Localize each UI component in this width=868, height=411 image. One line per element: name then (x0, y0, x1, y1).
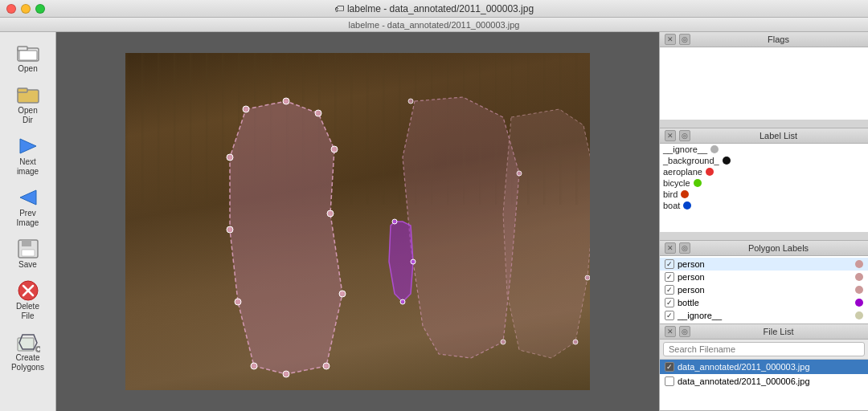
poly-pin-btn[interactable]: ◎ (679, 242, 690, 254)
search-input[interactable] (663, 342, 865, 356)
flags-header: ✕ ◎ Flags (660, 32, 868, 47)
prev-image-button[interactable]: PrevImage (4, 183, 52, 231)
subtitle-bar: labelme - data_annotated/2011_000003.jpg (0, 18, 868, 32)
flags-section: ✕ ◎ Flags (660, 32, 868, 128)
poly-label-person3: person (678, 285, 852, 295)
label-ignore-dot (710, 145, 719, 153)
prev-label: PrevImage (17, 209, 39, 228)
file-list-title: File List (694, 327, 863, 336)
flags-title: Flags (694, 35, 863, 44)
flags-pin-btn[interactable]: ◎ (679, 34, 690, 45)
poly-item-bottle[interactable]: ✓ bottle (660, 296, 868, 309)
poly-check-ignore[interactable]: ✓ (665, 311, 674, 320)
open-label: Open (18, 64, 37, 74)
open-dir-button[interactable]: OpenDir (4, 80, 52, 128)
open-button[interactable]: Open (4, 39, 52, 77)
delete-file-button[interactable]: DeleteFile (4, 276, 52, 324)
poly-check-bottle[interactable]: ✓ (665, 298, 674, 307)
minimize-button[interactable] (21, 4, 31, 14)
svg-rect-8 (22, 240, 31, 246)
label-bicycle-dot (694, 179, 702, 187)
label-background-text: _background_ (663, 156, 719, 165)
svg-marker-5 (20, 139, 36, 153)
label-list-header: ✕ ◎ Label List (660, 128, 868, 144)
poly-item-person1[interactable]: ✓ person (660, 258, 868, 271)
create-polygons-button[interactable]: CreatePolygons (4, 328, 52, 376)
poly-label-bottle: bottle (678, 298, 852, 307)
label-list-title: Label List (694, 131, 863, 140)
label-item-aeroplane[interactable]: aeroplane (660, 166, 868, 177)
next-image-button[interactable]: Nextimage (4, 132, 52, 180)
prev-icon (15, 186, 41, 209)
flags-close-btn[interactable]: ✕ (665, 34, 676, 45)
poly-item-ignore[interactable]: ✓ __ignore__ (660, 309, 868, 322)
next-icon (15, 135, 41, 157)
label-bicycle-text: bicycle (663, 178, 690, 188)
next-label: Nextimage (17, 157, 39, 177)
create-poly-icon (15, 331, 41, 353)
delete-label: DeleteFile (16, 302, 39, 321)
poly-close-btn[interactable]: ✕ (665, 242, 676, 254)
image-area[interactable] (56, 32, 659, 411)
label-aeroplane-text: aeroplane (663, 167, 702, 177)
poly-labels-content: ✓ person ✓ person ✓ person (660, 256, 868, 324)
label-list-pin-btn[interactable]: ◎ (679, 130, 690, 141)
poly-dot-person3 (855, 286, 863, 294)
poly-label-person1: person (678, 259, 852, 269)
save-label: Save (18, 260, 37, 270)
svg-rect-1 (18, 47, 27, 51)
label-item-bird[interactable]: bird (660, 189, 868, 200)
wall-texture (125, 53, 590, 205)
file-check-1[interactable]: ✓ (665, 362, 674, 372)
right-panel: ✕ ◎ Flags ✕ ◎ Label List (659, 32, 868, 411)
file-item-2[interactable]: data_annotated/2011_000006.jpg (660, 374, 868, 389)
toolbar: Open OpenDir Nextimage (0, 32, 56, 411)
label-boat-dot (683, 201, 691, 210)
main-content: Open OpenDir Nextimage (0, 32, 868, 411)
poly-item-person3[interactable]: ✓ person (660, 283, 868, 296)
file-item-1[interactable]: ✓ data_annotated/2011_000003.jpg (660, 360, 868, 374)
label-list-close-btn[interactable]: ✕ (665, 130, 676, 141)
poly-check-person3[interactable]: ✓ (665, 285, 674, 295)
window-controls[interactable] (6, 4, 45, 14)
label-item-background[interactable]: _background_ (660, 155, 868, 166)
file-check-2[interactable] (665, 376, 674, 386)
annotation-canvas (125, 53, 590, 390)
label-item-bicycle[interactable]: bicycle (660, 177, 868, 189)
polygon-labels-section: ✕ ◎ Polygon Labels ✓ person ✓ person (660, 241, 868, 324)
poly-dot-ignore (855, 311, 863, 319)
polygon-labels-header: ✕ ◎ Polygon Labels (660, 241, 868, 256)
poly-dot-bottle (855, 299, 863, 307)
save-button[interactable]: Save (4, 234, 52, 273)
file-name-1: data_annotated/2011_000003.jpg (678, 362, 810, 372)
title-bar: 🏷 labelme - data_annotated/2011_000003.j… (0, 0, 868, 18)
label-list-content: __ignore__ _background_ aeroplane bicycl… (660, 144, 868, 232)
open-dir-label: OpenDir (18, 106, 37, 125)
svg-rect-2 (19, 51, 37, 60)
file-list-header: ✕ ◎ File List (660, 324, 868, 340)
label-aeroplane-dot (706, 168, 714, 176)
svg-marker-6 (20, 190, 36, 205)
flags-content (660, 47, 868, 120)
close-button[interactable] (6, 4, 16, 14)
maximize-button[interactable] (35, 4, 45, 14)
subtitle-text: labelme - data_annotated/2011_000003.jpg (349, 20, 520, 30)
file-name-2: data_annotated/2011_000006.jpg (678, 376, 810, 386)
file-search-area (660, 340, 868, 360)
file-list-close-btn[interactable]: ✕ (665, 326, 676, 337)
open-dir-icon (15, 83, 41, 106)
label-list-section: ✕ ◎ Label List __ignore__ _background_ a… (660, 128, 868, 241)
label-item-boat[interactable]: boat (660, 200, 868, 211)
window-title: 🏷 labelme - data_annotated/2011_000003.j… (334, 3, 534, 14)
save-icon (15, 238, 41, 260)
file-list-pin-btn[interactable]: ◎ (679, 326, 690, 337)
svg-rect-4 (18, 88, 27, 92)
poly-check-person2[interactable]: ✓ (665, 272, 674, 282)
poly-label-ignore: __ignore__ (678, 311, 852, 320)
poly-item-person2[interactable]: ✓ person (660, 271, 868, 283)
poly-label-person2: person (678, 272, 852, 282)
label-item-ignore[interactable]: __ignore__ (660, 144, 868, 155)
file-list-section: ✕ ◎ File List ✓ data_annotated/2011_0000… (660, 324, 868, 411)
create-poly-label: CreatePolygons (11, 353, 44, 372)
poly-check-person1[interactable]: ✓ (665, 259, 674, 269)
